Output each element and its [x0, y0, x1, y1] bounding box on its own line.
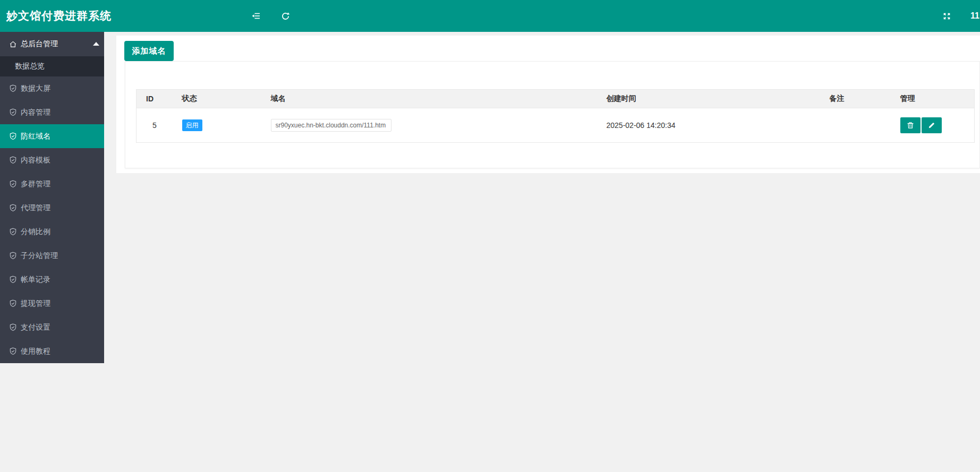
sidebar-item-agent-manage[interactable]: 代理管理: [0, 196, 104, 220]
fullscreen-icon: [942, 12, 951, 21]
fullscreen-icon[interactable]: [937, 0, 956, 32]
shield-check-icon: [9, 180, 17, 188]
trash-icon: [907, 122, 914, 129]
sidebar-section-admin[interactable]: 总后台管理: [0, 32, 104, 56]
sidebar-item-commission-ratio[interactable]: 分销比例: [0, 220, 104, 244]
sidebar-item-label: 帐单记录: [21, 275, 50, 285]
collapse-sidebar-icon: [251, 12, 261, 20]
column-header-domain: 域名: [261, 90, 597, 108]
topbar-right-text: 11: [970, 0, 979, 32]
column-header-created: 创建时间: [597, 90, 820, 108]
sidebar-item-content-template[interactable]: 内容模板: [0, 148, 104, 172]
sidebar-item-label: 提现管理: [21, 299, 50, 308]
app-title: 妙文馆付费进群系统: [6, 0, 112, 32]
cell-domain: [261, 108, 597, 143]
sidebar-item-bill-records[interactable]: 帐单记录: [0, 268, 104, 291]
domain-input[interactable]: [271, 119, 391, 132]
shield-check-icon: [9, 108, 17, 116]
column-header-manage: 管理: [891, 90, 975, 108]
cell-created: 2025-02-06 14:20:34: [597, 108, 820, 143]
sidebar-item-tutorial[interactable]: 使用教程: [0, 339, 104, 363]
collapse-sidebar-icon[interactable]: [246, 0, 266, 32]
table-row: 5 启用 2025-02-06 14:20:34: [137, 108, 975, 143]
sidebar-item-substation-manage[interactable]: 子分站管理: [0, 244, 104, 268]
sidebar-item-label: 使用教程: [21, 347, 50, 356]
delete-button[interactable]: [900, 117, 921, 133]
cell-actions: [891, 108, 975, 143]
sidebar-item-label: 防红域名: [21, 132, 50, 141]
sidebar-item-data-overview[interactable]: 数据总览: [0, 56, 104, 76]
edit-button[interactable]: [922, 117, 942, 133]
table-panel: ID 状态 域名 创建时间 备注 管理 5 启用 2025: [125, 61, 980, 168]
sidebar-section-label: 总后台管理: [21, 39, 58, 49]
shield-check-icon: [9, 228, 17, 236]
sidebar-item-label: 多群管理: [21, 179, 50, 189]
home-icon: [9, 40, 17, 48]
column-header-remark: 备注: [820, 90, 891, 108]
column-header-id: ID: [137, 90, 173, 108]
cell-remark: [820, 108, 891, 143]
chevron-up-icon: [93, 42, 99, 46]
shield-check-icon: [9, 347, 17, 355]
column-header-status: 状态: [173, 90, 261, 108]
content-card: 添加域名 ID 状态 域名 创建时间 备注 管理 5: [116, 36, 980, 173]
refresh-icon[interactable]: [276, 0, 295, 32]
sidebar-item-content-manage[interactable]: 内容管理: [0, 100, 104, 124]
sidebar-item-label: 支付设置: [21, 323, 50, 332]
shield-check-icon: [9, 132, 17, 140]
sidebar-item-label: 子分站管理: [21, 251, 58, 261]
shield-check-icon: [9, 252, 17, 260]
sidebar-item-label: 数据大屏: [21, 84, 50, 93]
shield-check-icon: [9, 204, 17, 212]
refresh-icon: [281, 12, 290, 21]
sidebar-item-label: 内容模板: [21, 156, 50, 165]
sidebar-item-multi-group[interactable]: 多群管理: [0, 172, 104, 196]
sidebar-item-data-screen[interactable]: 数据大屏: [0, 76, 104, 100]
sidebar-item-withdraw-manage[interactable]: 提现管理: [0, 291, 104, 315]
sidebar-nav: 总后台管理 数据总览 数据大屏 内容管理 防红域名 内容模板 多群管理 代理管理…: [0, 32, 104, 363]
shield-check-icon: [9, 276, 17, 284]
table-header-row: ID 状态 域名 创建时间 备注 管理: [137, 90, 975, 108]
sidebar-item-label: 内容管理: [21, 108, 50, 117]
sidebar-item-label: 代理管理: [21, 203, 50, 213]
shield-check-icon: [9, 299, 17, 307]
shield-check-icon: [9, 84, 17, 92]
top-header-bar: 妙文馆付费进群系统 11: [0, 0, 980, 32]
shield-check-icon: [9, 323, 17, 331]
add-domain-button[interactable]: 添加域名: [124, 41, 174, 61]
sidebar-item-label: 数据总览: [15, 62, 45, 71]
cell-status: 启用: [173, 108, 261, 143]
domains-table: ID 状态 域名 创建时间 备注 管理 5 启用 2025: [136, 89, 975, 143]
status-badge-enabled[interactable]: 启用: [182, 119, 202, 131]
cell-id: 5: [137, 108, 173, 143]
shield-check-icon: [9, 156, 17, 164]
sidebar-item-payment-settings[interactable]: 支付设置: [0, 315, 104, 339]
pencil-icon: [928, 122, 935, 129]
sidebar-item-label: 分销比例: [21, 227, 50, 237]
sidebar-item-antired-domain[interactable]: 防红域名: [0, 124, 104, 148]
